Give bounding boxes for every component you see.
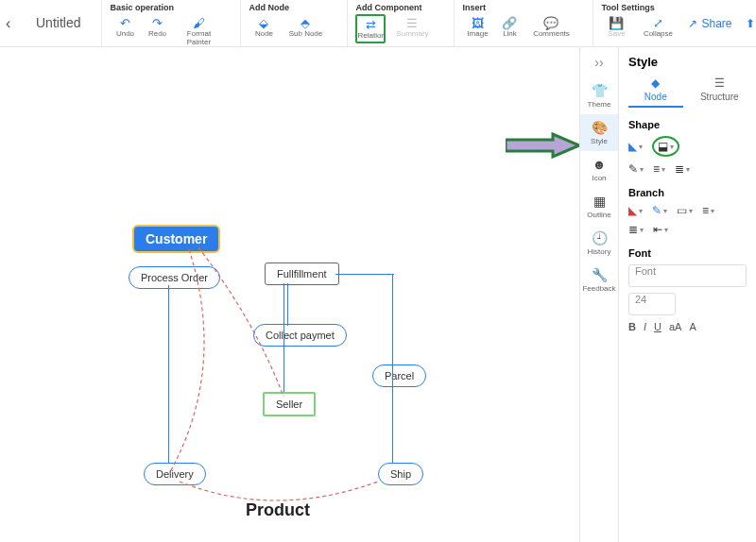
comments-button[interactable]: 💬Comments <box>526 14 576 40</box>
shape-preset-button[interactable]: ⬓▾ <box>652 136 679 157</box>
share-icon: ↗ <box>688 17 697 30</box>
back-button[interactable]: ‹ <box>6 15 10 32</box>
collapse-button[interactable]: ⤢Collapse <box>633 14 682 40</box>
node-button[interactable]: ⬙Node <box>249 14 279 40</box>
group-add-component: Add Component ⇄Relation ☰Summary <box>347 0 442 46</box>
group-basic: Basic operation ↶Undo ↷Redo 🖌Format Pain… <box>101 0 229 46</box>
tab-node[interactable]: ◆Node <box>628 76 683 108</box>
node-icon: ◆ <box>628 76 683 90</box>
branch-align-button[interactable]: ≡▾ <box>702 204 714 217</box>
icon-tab[interactable]: ☻Icon <box>580 151 618 188</box>
style-panel: Style ◆Node ☰Structure Shape ◣▾ ⬓▾ ✎▾ ≡▾… <box>619 47 756 542</box>
mindmap-canvas[interactable]: Customer Process Order Fullfillment Coll… <box>0 47 579 542</box>
font-family-select[interactable]: Font <box>628 264 747 287</box>
branch-arrow-button[interactable]: ⇤▾ <box>653 223 668 236</box>
fill-icon: ◣ <box>628 204 637 217</box>
undo-button[interactable]: ↶Undo <box>110 14 140 48</box>
group-addnode-label: Add Node <box>249 3 330 12</box>
italic-button[interactable]: I <box>644 321 646 332</box>
subnode-button[interactable]: ⬘Sub Node <box>281 14 330 40</box>
hint-arrow <box>506 132 581 161</box>
branch-stroke-button[interactable]: ✎▾ <box>652 204 667 217</box>
underline-button[interactable]: U <box>654 321 662 332</box>
branch-color-button[interactable]: ◣▾ <box>628 204 643 217</box>
smile-icon: ☻ <box>580 157 618 172</box>
format-painter-button[interactable]: 🖌Format Painter <box>174 14 223 48</box>
panel-title: Style <box>628 55 747 69</box>
group-tools-label: Tool Settings <box>601 3 682 12</box>
feedback-tab[interactable]: 🔧Feedback <box>580 262 618 298</box>
group-add-node: Add Node ⬙Node ⬘Sub Node <box>240 0 335 46</box>
grid-icon: ▦ <box>580 194 618 209</box>
link-button[interactable]: 🔗Link <box>494 14 524 40</box>
branch-corner-button[interactable]: ▭▾ <box>677 204 693 217</box>
align-icon: ≡ <box>702 204 709 217</box>
relation-line <box>132 236 416 519</box>
redo-button[interactable]: ↷Redo <box>142 14 172 48</box>
shape-section-label: Shape <box>628 119 747 130</box>
tab-structure[interactable]: ☰Structure <box>693 76 747 108</box>
wrench-icon: 🔧 <box>580 267 618 282</box>
export-button[interactable]: ⬆Export <box>746 17 757 30</box>
border-style-button[interactable]: ✎▾ <box>628 162 644 176</box>
svg-marker-0 <box>506 134 579 157</box>
shape-fill-button[interactable]: ◣▾ <box>628 136 643 157</box>
group-addcomp-label: Add Component <box>355 3 437 12</box>
group-basic-label: Basic operation <box>110 3 223 12</box>
shape-icon: ⬓ <box>658 140 668 153</box>
border-width-button[interactable]: ≡▾ <box>653 162 665 176</box>
dash-icon: ≣ <box>628 223 638 236</box>
outline-tab[interactable]: ▦Outline <box>580 188 618 225</box>
branch-dash-button[interactable]: ≣▾ <box>628 223 644 236</box>
palette-icon: 🎨 <box>580 120 618 135</box>
group-insert-label: Insert <box>462 3 576 12</box>
save-button[interactable]: 💾Save <box>601 14 631 40</box>
top-toolbar: Untitled Basic operation ↶Undo ↷Redo 🖌Fo… <box>0 0 756 47</box>
document-title[interactable]: Untitled <box>8 0 92 46</box>
lines-icon: ≡ <box>653 162 660 176</box>
style-tab[interactable]: 🎨Style <box>580 114 618 151</box>
clock-icon: 🕘 <box>580 230 618 246</box>
pen-icon: ✎ <box>652 204 662 217</box>
case-button[interactable]: aA <box>669 321 681 332</box>
font-size-select[interactable]: 24 <box>628 293 676 315</box>
collapse-panel-button[interactable]: ›› <box>580 47 618 77</box>
font-color-button[interactable]: A <box>689 321 696 332</box>
structure-icon: ☰ <box>693 76 747 90</box>
border-dash-button[interactable]: ≣▾ <box>675 162 690 176</box>
arrow-left-icon: ⇤ <box>653 223 662 236</box>
history-tab[interactable]: 🕘History <box>580 225 618 262</box>
share-button[interactable]: ↗Share <box>688 17 731 30</box>
pen-icon: ✎ <box>628 162 638 176</box>
right-sidebar: ›› 👕Theme 🎨Style ☻Icon ▦Outline 🕘History… <box>579 47 619 542</box>
bold-button[interactable]: B <box>628 321 636 332</box>
relation-button[interactable]: ⇄Relation <box>355 14 386 43</box>
fill-icon: ◣ <box>628 140 637 153</box>
summary-button[interactable]: ☰Summary <box>387 14 437 43</box>
theme-tab[interactable]: 👕Theme <box>580 77 618 114</box>
shirt-icon: 👕 <box>580 83 618 98</box>
branch-section-label: Branch <box>628 187 747 198</box>
dash-icon: ≣ <box>675 162 684 176</box>
group-tools: Tool Settings 💾Save ⤢Collapse <box>593 0 688 46</box>
image-button[interactable]: 🖼Image <box>462 14 492 40</box>
toolbar-groups: Basic operation ↶Undo ↷Redo 🖌Format Pain… <box>101 0 688 46</box>
export-icon: ⬆ <box>746 17 755 30</box>
group-insert: Insert 🖼Image 🔗Link 💬Comments <box>454 0 581 46</box>
rect-icon: ▭ <box>677 204 687 217</box>
font-section-label: Font <box>628 247 747 259</box>
